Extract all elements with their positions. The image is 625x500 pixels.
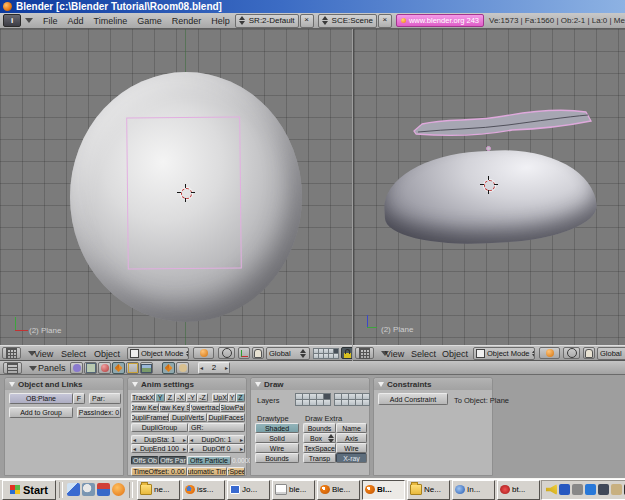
fake-user-button[interactable]: F xyxy=(73,393,85,404)
mode-dropdown[interactable]: Object Mode xyxy=(127,347,189,360)
task-button[interactable]: In... xyxy=(452,480,495,500)
slowpar-button[interactable]: SlowPar xyxy=(220,403,245,412)
task-button[interactable]: iss... xyxy=(182,480,225,500)
task-button[interactable]: Jo... xyxy=(227,480,270,500)
buttons-editor-type-icon[interactable] xyxy=(3,362,22,374)
menu-timeline[interactable]: Timeline xyxy=(94,16,128,26)
3d-cursor[interactable] xyxy=(177,184,195,202)
pivot-point-icon[interactable] xyxy=(218,347,235,359)
layer-buttons-group1[interactable] xyxy=(313,348,338,358)
object-buttons-icon-active[interactable] xyxy=(112,362,125,374)
menu-file[interactable]: File xyxy=(43,16,58,26)
menu-add[interactable]: Add xyxy=(68,16,84,26)
layer-buttons-group1[interactable] xyxy=(295,393,330,405)
editor-type-icon[interactable] xyxy=(355,347,374,359)
menu-object[interactable]: Object xyxy=(442,349,468,359)
window-titlebar[interactable]: Blender [c:\Blender Tutorial\Room08.blen… xyxy=(0,0,625,13)
quick-launch-icon-2[interactable] xyxy=(82,483,95,496)
screen-selector[interactable]: SR:2-Default xyxy=(235,14,299,28)
dupliframes-button[interactable]: DupliFrames xyxy=(131,413,169,422)
dupon-stepper[interactable]: ◂DupOn: 1▸ xyxy=(188,435,245,444)
viewport-shading-icon[interactable] xyxy=(193,347,214,359)
script-buttons-icon[interactable] xyxy=(84,362,97,374)
menu-render[interactable]: Render xyxy=(172,16,202,26)
scene-close-button[interactable]: × xyxy=(378,14,392,28)
task-button[interactable]: Ne... xyxy=(407,480,450,500)
timeoffset-field[interactable]: TimeOffset: 0.00 xyxy=(131,467,187,476)
task-button[interactable]: Ble... xyxy=(317,480,360,500)
task-button[interactable]: ble... xyxy=(272,480,315,500)
offs-ob-button-active[interactable]: Offs Ob xyxy=(131,456,159,465)
header-collapse-icon[interactable] xyxy=(25,18,33,27)
extra-texspace[interactable]: TexSpace xyxy=(303,443,336,453)
panel-header[interactable]: Draw xyxy=(251,378,369,390)
physics-sub-icon[interactable] xyxy=(176,362,189,374)
menu-game[interactable]: Game xyxy=(137,16,162,26)
automatic-time-button[interactable]: Automatic Time xyxy=(187,467,227,476)
menu-help[interactable]: Help xyxy=(211,16,230,26)
menu-view[interactable]: View xyxy=(34,349,53,359)
panel-page-stepper[interactable]: ◂ 2 ▸ xyxy=(198,362,230,374)
extra-xray-active[interactable]: X-ray xyxy=(336,453,367,463)
up-y-button[interactable]: Y xyxy=(228,393,236,402)
volume-icon[interactable] xyxy=(546,484,557,495)
offs-par-button-active[interactable]: Offs Par xyxy=(159,456,187,465)
track-negx-button[interactable]: -X xyxy=(175,393,186,402)
layer-buttons-group2[interactable] xyxy=(334,393,369,405)
info-window-type-icon[interactable]: i xyxy=(3,14,21,27)
dupoff-stepper[interactable]: ◂DupOff 0▸ xyxy=(188,444,245,453)
add-to-group-button[interactable]: Add to Group xyxy=(9,407,73,418)
prspeed-button[interactable]: PrSpeed xyxy=(227,467,245,476)
group-field[interactable]: GR: xyxy=(188,423,245,432)
task-button[interactable]: bt... xyxy=(497,480,540,500)
drawtype-shaded-active[interactable]: Shaded xyxy=(255,423,299,433)
drawtype-solid[interactable]: Solid xyxy=(255,433,299,443)
tray-icon-5[interactable] xyxy=(611,484,622,495)
squashed-blob-object[interactable] xyxy=(382,146,599,249)
plane-object-wavy-wireframe[interactable] xyxy=(408,105,596,143)
offs-particle-button[interactable]: Offs Particle xyxy=(187,456,231,465)
bounds-type-dropdown[interactable]: Box xyxy=(303,433,336,443)
ob-name-field[interactable]: OB:Plane xyxy=(9,393,73,404)
editing-buttons-icon[interactable] xyxy=(126,362,139,374)
viewport-left-canvas[interactable]: (2) Plane xyxy=(0,29,352,345)
3d-cursor[interactable] xyxy=(480,176,498,194)
manipulator-icon[interactable] xyxy=(238,347,250,359)
dupligroup-button[interactable]: DupliGroup xyxy=(131,423,188,432)
header-collapse-icon[interactable] xyxy=(29,366,37,375)
draw-key-button[interactable]: Draw Key xyxy=(131,403,159,412)
menu-view[interactable]: View xyxy=(385,349,404,359)
object-sub-icon-active[interactable] xyxy=(162,362,175,374)
start-button[interactable]: Start xyxy=(2,480,56,500)
menu-select[interactable]: Select xyxy=(411,349,436,359)
extra-axis[interactable]: Axis xyxy=(336,433,367,443)
hand-manipulator-icon[interactable] xyxy=(252,347,264,359)
quick-launch-icon-1[interactable] xyxy=(67,483,80,496)
quick-launch-icon-3[interactable] xyxy=(97,483,110,496)
tray-icon-1[interactable] xyxy=(559,484,570,495)
dupend-stepper[interactable]: ◂DupEnd 100▸ xyxy=(131,444,188,453)
tray-icon-2[interactable] xyxy=(572,484,583,495)
extra-bounds[interactable]: Bounds xyxy=(303,423,336,433)
scene-buttons-icon[interactable] xyxy=(140,362,153,374)
hand-manipulator-icon[interactable] xyxy=(583,347,595,359)
layer-cell[interactable] xyxy=(333,353,339,359)
track-y-button-active[interactable]: Y xyxy=(155,393,165,402)
extra-name[interactable]: Name xyxy=(336,423,367,433)
logic-buttons-icon[interactable] xyxy=(70,362,83,374)
panel-header[interactable]: Object and Links xyxy=(5,378,123,390)
lock-icon[interactable] xyxy=(341,347,352,359)
editor-type-icon[interactable] xyxy=(2,347,21,359)
upx-button[interactable]: UpX xyxy=(212,393,228,402)
scene-selector[interactable]: SCE:Scene xyxy=(318,14,377,28)
pivot-point-icon[interactable] xyxy=(563,347,580,359)
mode-dropdown[interactable]: Object Mode xyxy=(473,347,535,360)
drawtype-wire[interactable]: Wire xyxy=(255,443,299,453)
menu-object[interactable]: Object xyxy=(94,349,120,359)
tray-icon-4[interactable] xyxy=(598,484,609,495)
dupliverts-button[interactable]: DupliVerts xyxy=(169,413,207,422)
tray-icon-3[interactable] xyxy=(585,484,596,495)
viewport-shading-icon[interactable] xyxy=(539,347,560,359)
task-button-active[interactable]: Bl... xyxy=(362,480,405,500)
task-button[interactable]: ne... xyxy=(137,480,180,500)
